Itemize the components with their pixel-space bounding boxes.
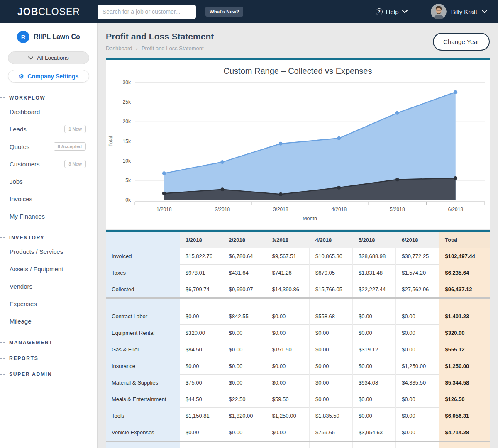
sidebar-section-management[interactable]: MANAGEMENT [0, 340, 97, 346]
company-settings-button[interactable]: ⚙ Company Settings [8, 70, 89, 83]
spacer-cell [353, 441, 396, 448]
section-dash-icon [0, 237, 5, 238]
table-row: Tools$1,150.81$1,820.00$1,250.00$1,835.5… [106, 408, 490, 424]
company-name: RIIPL Lawn Co [34, 33, 80, 41]
spacer-cell [223, 298, 266, 308]
sidebar-item-quotes[interactable]: Quotes8 Accepted [0, 138, 97, 155]
sidebar-item-jobs[interactable]: Jobs [0, 173, 97, 190]
sidebar-section-reports[interactable]: REPORTS [0, 355, 97, 361]
help-menu[interactable]: ? Help [376, 8, 408, 15]
row-total: $1,401.23 [439, 308, 490, 325]
cell-value: $0.00 [396, 308, 439, 325]
spacer-cell [180, 298, 223, 308]
logo-text-bold: JOB [17, 6, 38, 17]
table-row: Contract Labor$0.00$842.55$0.00$558.68$0… [106, 308, 490, 325]
row-total: $102,497.44 [439, 248, 490, 265]
change-year-button[interactable]: Change Year [433, 33, 490, 51]
sidebar-item-invoices[interactable]: Invoices [0, 190, 97, 207]
sidebar-item-label: Expenses [10, 300, 37, 307]
point-expenses [220, 187, 224, 191]
cell-value: $84.50 [180, 341, 223, 358]
pl-table: 1/20182/20183/20184/20185/20186/2018Tota… [106, 232, 490, 448]
row-label: Meals & Entertainment [106, 391, 180, 408]
point-collected [395, 111, 399, 115]
spacer-cell [396, 298, 439, 308]
page-title: Profit and Loss Statement [106, 32, 214, 41]
y-tick-label: 20k [123, 119, 131, 124]
sidebar-item-expenses[interactable]: Expenses [0, 295, 97, 312]
sidebar-item-label: Assets / Equipment [10, 265, 63, 273]
row-label: Insurance [106, 358, 180, 375]
sidebar-section-workflow[interactable]: WORKFLOW [0, 95, 97, 101]
sidebar-item-label: Quotes [10, 143, 29, 150]
sidebar-item-my-finances[interactable]: My Finances [0, 207, 97, 225]
sidebar: R RIIPL Lawn Co All Locations ⚙ Company … [0, 23, 98, 448]
cell-value: $44.50 [180, 391, 223, 408]
sidebar-item-products-services[interactable]: Products / Services [0, 243, 97, 260]
row-total: $5,344.58 [439, 375, 490, 391]
point-expenses [279, 192, 283, 196]
x-tick-label: 6/2018 [448, 207, 463, 212]
cell-value: $30,772.25 [396, 248, 439, 265]
sidebar-item-customers[interactable]: Customers3 New [0, 155, 97, 173]
cell-value: $3,954.63 [353, 424, 396, 441]
sidebar-section-inventory[interactable]: INVENTORY [0, 235, 97, 241]
row-label: Vehicle Expenses [106, 424, 180, 441]
table-row: Meals & Entertainment$44.50$22.50$59.50$… [106, 391, 490, 408]
cell-value: $0.00 [223, 341, 266, 358]
sidebar-section-super-admin[interactable]: SUPER ADMIN [0, 371, 97, 377]
all-locations-dropdown[interactable]: All Locations [8, 51, 89, 64]
cell-value: $1,820.00 [223, 408, 266, 424]
x-tick-label: 2/2018 [215, 207, 230, 212]
search-input[interactable] [98, 5, 196, 19]
sidebar-item-label: Vendors [10, 283, 32, 290]
section-label: REPORTS [9, 355, 39, 361]
spacer-cell [180, 441, 223, 448]
y-tick-label: 0k [125, 197, 131, 203]
cell-value: $1,574.20 [396, 265, 439, 281]
company-settings-label: Company Settings [27, 73, 78, 80]
breadcrumb-dashboard[interactable]: Dashboard [106, 45, 132, 51]
cell-value: $0.00 [309, 358, 352, 375]
x-tick-label: 3/2018 [273, 207, 288, 212]
cell-value: $0.00 [266, 358, 309, 375]
sidebar-item-dashboard[interactable]: Dashboard [0, 103, 97, 120]
app-logo[interactable]: JOB CLOSER [17, 6, 80, 17]
x-axis-label: Month [303, 216, 317, 222]
cell-value: $0.00 [353, 358, 396, 375]
whats-new-button[interactable]: What's New? [205, 7, 243, 17]
help-label: Help [386, 8, 399, 15]
chart-card: Custom Range – Collected vs Expenses 0k5… [106, 58, 490, 229]
cell-value: $679.05 [309, 265, 352, 281]
y-tick-label: 30k [123, 80, 131, 85]
y-tick-label: 5k [125, 178, 131, 183]
section-label: WORKFLOW [9, 95, 46, 101]
point-collected [162, 171, 166, 175]
spacer-cell [309, 441, 352, 448]
row-label: Collected [106, 281, 180, 298]
user-menu[interactable]: Billy Kraft [431, 4, 487, 19]
table-row: Equipment Rental$320.00$0.00$0.00$0.00$0… [106, 325, 490, 341]
row-label: Invoiced [106, 248, 180, 265]
sidebar-item-leads[interactable]: Leads1 New [0, 120, 97, 138]
sidebar-item-assets-equipment[interactable]: Assets / Equipment [0, 260, 97, 278]
help-circle-icon: ? [376, 8, 383, 15]
spacer-cell [106, 298, 180, 308]
section-label: INVENTORY [9, 235, 45, 241]
section-dash-icon [0, 374, 5, 375]
point-expenses [337, 186, 341, 190]
table-row: Material & Supplies$75.00$0.00$0.00$0.00… [106, 375, 490, 391]
cell-value: $0.00 [180, 308, 223, 325]
cell-value: $15,822.76 [180, 248, 223, 265]
cell-value: $0.00 [223, 358, 266, 375]
company-header: R RIIPL Lawn Co [0, 31, 97, 43]
column-header: 5/2018 [353, 232, 396, 248]
chart-title: Custom Range – Collected vs Expenses [106, 60, 490, 76]
spacer-cell [106, 441, 180, 448]
sidebar-item-vendors[interactable]: Vendors [0, 278, 97, 295]
cell-value: $14,390.86 [266, 281, 309, 298]
sidebar-item-mileage[interactable]: Mileage [0, 312, 97, 330]
point-expenses [454, 176, 457, 180]
avatar [431, 4, 447, 19]
cell-value: $151.50 [266, 341, 309, 358]
